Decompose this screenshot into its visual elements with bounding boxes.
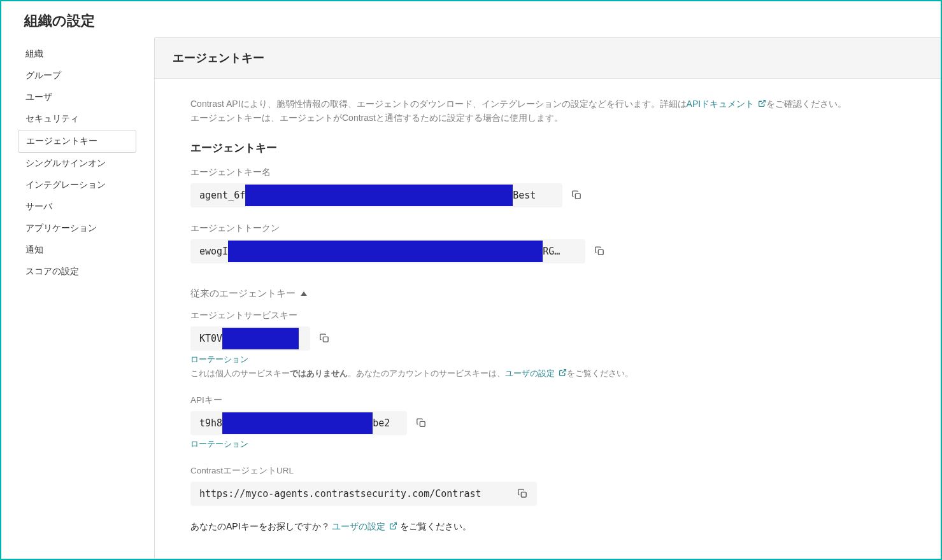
external-link-icon bbox=[389, 522, 397, 530]
svg-rect-2 bbox=[598, 250, 603, 255]
service-key-help: これは個人のサービスキーではありません。あなたのアカウントのサービスキーは、ユー… bbox=[190, 368, 906, 379]
copy-icon[interactable] bbox=[517, 488, 528, 499]
footer-note: あなたのAPIキーをお探しですか？ ユーザの設定 をご覧ください。 bbox=[190, 521, 906, 533]
page-title: 組織の設定 bbox=[1, 1, 941, 37]
sidebar-item-integrations[interactable]: インテグレーション bbox=[18, 174, 136, 196]
main-header: エージェントキー bbox=[155, 38, 941, 79]
svg-line-7 bbox=[393, 522, 397, 526]
service-key-value: KT0V bbox=[190, 326, 310, 351]
sidebar-item-users[interactable]: ユーザ bbox=[18, 87, 136, 108]
svg-rect-1 bbox=[575, 194, 580, 199]
agent-url-label: ContrastエージェントURL bbox=[190, 465, 906, 477]
main-panel: エージェントキー Contrast APIにより、脆弱性情報の取得、エージェント… bbox=[154, 37, 941, 559]
svg-line-4 bbox=[562, 369, 566, 373]
sidebar-item-servers[interactable]: サーバ bbox=[18, 196, 136, 218]
copy-icon[interactable] bbox=[416, 417, 427, 428]
agent-keys-section-title: エージェントキー bbox=[190, 141, 906, 155]
agent-token-group: エージェントトークン ewogIRG… bbox=[190, 223, 906, 263]
sidebar-item-score[interactable]: スコアの設定 bbox=[18, 261, 136, 283]
agent-key-name-label: エージェントキー名 bbox=[190, 167, 906, 178]
copy-icon[interactable] bbox=[571, 190, 582, 200]
svg-line-0 bbox=[761, 101, 765, 104]
main-content: Contrast APIにより、脆弱性情報の取得、エージェントのダウンロード、イ… bbox=[155, 79, 941, 559]
copy-icon[interactable] bbox=[594, 246, 605, 256]
sidebar-item-groups[interactable]: グループ bbox=[18, 65, 136, 87]
legacy-keys-toggle[interactable]: 従来のエージェントキー bbox=[190, 288, 906, 300]
redaction bbox=[222, 328, 299, 349]
api-key-value: t9h8be2 bbox=[190, 411, 407, 435]
redaction bbox=[222, 412, 373, 434]
api-key-group: APIキー t9h8be2 ローテーション bbox=[190, 395, 906, 450]
sidebar-item-sso[interactable]: シングルサインオン bbox=[18, 153, 136, 174]
service-key-group: エージェントサービスキー KT0V ローテーション これは個人のサービスキーでは… bbox=[190, 310, 906, 379]
agent-key-name-group: エージェントキー名 agent_6fBest bbox=[190, 167, 906, 207]
agent-key-name-value: agent_6fBest bbox=[190, 183, 562, 207]
sidebar-item-security[interactable]: セキュリティ bbox=[18, 108, 136, 130]
svg-rect-5 bbox=[420, 422, 425, 427]
copy-icon[interactable] bbox=[319, 333, 330, 344]
external-link-icon bbox=[559, 368, 567, 377]
redaction bbox=[228, 241, 543, 262]
chevron-up-icon bbox=[301, 291, 307, 296]
intro-text: Contrast APIにより、脆弱性情報の取得、エージェントのダウンロード、イ… bbox=[190, 97, 906, 125]
rotate-service-key-link[interactable]: ローテーション bbox=[190, 354, 248, 365]
user-settings-link[interactable]: ユーザの設定 bbox=[505, 368, 567, 378]
user-settings-link[interactable]: ユーザの設定 bbox=[332, 521, 397, 531]
rotate-api-key-link[interactable]: ローテーション bbox=[190, 439, 248, 450]
sidebar-item-agent-keys[interactable]: エージェントキー bbox=[18, 130, 136, 153]
intro-line1-a: Contrast APIにより、脆弱性情報の取得、エージェントのダウンロード、イ… bbox=[190, 99, 687, 109]
intro-line2: エージェントキーは、エージェントがContrastと通信するために設定する場合に… bbox=[190, 113, 563, 123]
external-link-icon bbox=[758, 99, 766, 108]
svg-rect-3 bbox=[323, 337, 328, 342]
service-key-label: エージェントサービスキー bbox=[190, 310, 906, 321]
sidebar: 組織 グループ ユーザ セキュリティ エージェントキー シングルサインオン イン… bbox=[1, 37, 154, 559]
intro-line1-b: をご確認ください。 bbox=[766, 99, 846, 109]
agent-token-value: ewogIRG… bbox=[190, 239, 585, 263]
agent-url-value: https://myco-agents.contrastsecurity.com… bbox=[190, 482, 537, 506]
sidebar-item-org[interactable]: 組織 bbox=[18, 43, 136, 65]
svg-rect-6 bbox=[521, 493, 526, 498]
sidebar-item-applications[interactable]: アプリケーション bbox=[18, 218, 136, 239]
sidebar-item-notifications[interactable]: 通知 bbox=[18, 239, 136, 261]
agent-token-label: エージェントトークン bbox=[190, 223, 906, 234]
redaction bbox=[245, 185, 513, 206]
api-doc-link[interactable]: APIドキュメント bbox=[687, 99, 766, 109]
api-key-label: APIキー bbox=[190, 395, 906, 406]
agent-url-group: ContrastエージェントURL https://myco-agents.co… bbox=[190, 465, 906, 506]
